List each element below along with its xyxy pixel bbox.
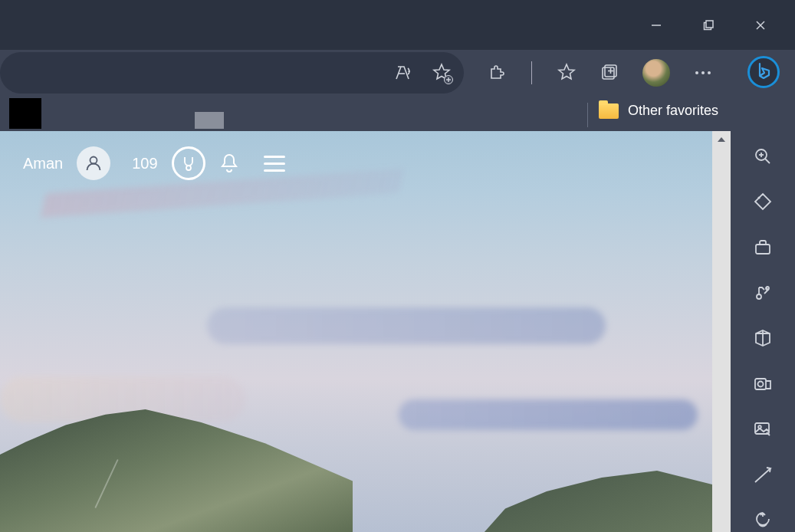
svg-point-17 xyxy=(90,157,97,164)
sidebar-drop-button[interactable] xyxy=(747,464,778,486)
sidebar-outlook-button[interactable] xyxy=(747,373,778,395)
profile-avatar[interactable] xyxy=(642,59,670,87)
more-icon[interactable] xyxy=(693,70,713,76)
notifications-button[interactable] xyxy=(219,153,239,174)
svg-point-16 xyxy=(708,71,711,74)
svg-rect-2 xyxy=(706,21,713,28)
svg-rect-24 xyxy=(756,245,770,254)
decorative-cloud xyxy=(207,307,606,344)
favorites-bar-item[interactable] xyxy=(195,112,224,129)
svg-line-20 xyxy=(765,159,770,163)
toolbar-divider xyxy=(531,61,532,84)
rewards-badge-button[interactable] xyxy=(172,146,205,180)
favorites-icon[interactable] xyxy=(557,63,577,83)
sidebar-image-creator-button[interactable] xyxy=(747,419,778,441)
minimize-button[interactable] xyxy=(639,14,674,37)
add-favorite-icon[interactable] xyxy=(432,63,452,83)
svg-point-6 xyxy=(408,70,409,71)
sidebar-shopping-button[interactable] xyxy=(747,190,778,212)
close-button[interactable] xyxy=(743,14,778,37)
decorative-cloud xyxy=(399,399,698,430)
edge-sidebar xyxy=(731,131,795,532)
favorites-bar-item[interactable] xyxy=(9,98,41,129)
sidebar-onenote-button[interactable] xyxy=(747,510,778,532)
read-aloud-icon[interactable] xyxy=(393,63,413,83)
svg-point-18 xyxy=(186,166,191,170)
sidebar-search-button[interactable] xyxy=(747,145,778,167)
rewards-points-label: 109 xyxy=(132,155,157,172)
user-avatar-button[interactable] xyxy=(77,146,110,180)
user-name-label: Aman xyxy=(23,155,63,172)
collections-icon[interactable] xyxy=(600,63,619,83)
vertical-scrollbar[interactable] xyxy=(712,131,731,532)
bing-chat-button[interactable] xyxy=(747,56,780,88)
svg-point-14 xyxy=(695,71,698,74)
scroll-up-button[interactable] xyxy=(712,131,731,148)
folder-icon xyxy=(599,103,619,119)
address-bar[interactable] xyxy=(0,52,464,94)
svg-point-25 xyxy=(757,294,761,299)
maximize-button[interactable] xyxy=(691,14,726,37)
favorites-bar-divider xyxy=(587,103,588,127)
sidebar-games-button[interactable] xyxy=(747,281,778,304)
page-header: Aman 109 xyxy=(23,146,285,180)
svg-point-15 xyxy=(701,71,705,74)
sidebar-office-button[interactable] xyxy=(747,327,778,350)
favorites-bar: Other favorites xyxy=(0,95,795,131)
browser-toolbar xyxy=(0,50,795,95)
hamburger-menu-button[interactable] xyxy=(264,156,285,172)
window-titlebar xyxy=(0,0,795,50)
other-favorites-button[interactable]: Other favorites xyxy=(599,103,718,119)
extensions-icon[interactable] xyxy=(487,63,507,83)
svg-rect-27 xyxy=(755,379,766,389)
sidebar-tools-button[interactable] xyxy=(747,236,778,258)
content-area: Aman 109 xyxy=(0,131,795,532)
svg-point-28 xyxy=(758,381,764,386)
other-favorites-label: Other favorites xyxy=(628,103,718,119)
svg-point-23 xyxy=(757,197,760,199)
page-viewport: Aman 109 xyxy=(0,131,731,532)
